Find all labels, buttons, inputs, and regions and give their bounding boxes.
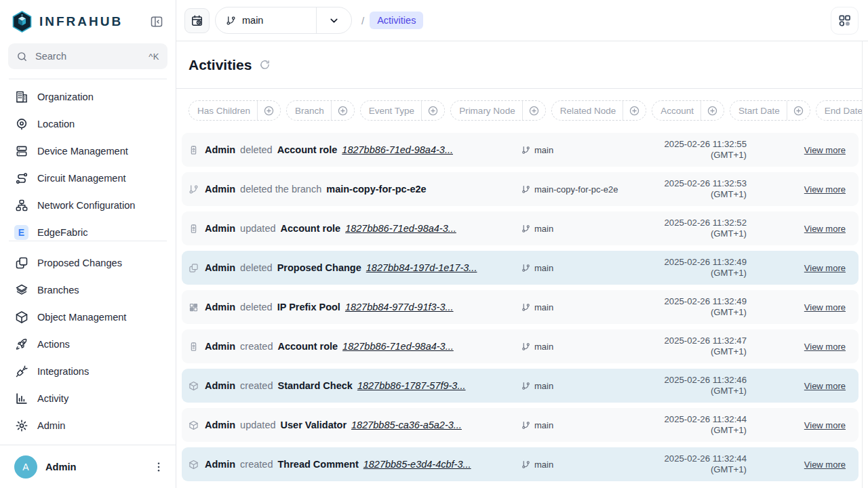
sidebar-item-organization[interactable]: Organization — [0, 83, 176, 110]
filter-chip-label: Start Date — [730, 101, 787, 120]
activity-date: 2025-02-26 11:32:55 — [650, 139, 747, 150]
filter-chip-end-date[interactable]: End Date — [816, 100, 868, 121]
plus-circle-icon[interactable] — [701, 105, 724, 117]
sidebar-item-circuit-management[interactable]: Circuit Management — [0, 165, 176, 192]
user-name: Admin — [45, 462, 143, 472]
filter-chip-primary-node[interactable]: Primary Node — [450, 100, 546, 121]
edgefabric-letter-icon: E — [14, 226, 28, 240]
rocket-icon — [14, 338, 28, 352]
sidebar-nav: Organization Location Device Management — [0, 79, 176, 445]
activity-branch: main — [521, 145, 650, 155]
activity-object-link[interactable]: 1827bb84-197d-1e17-3... — [366, 262, 477, 273]
activity-branch: main — [521, 381, 650, 391]
plus-circle-icon[interactable] — [523, 105, 545, 117]
plus-circle-icon[interactable] — [332, 105, 354, 117]
search-box[interactable]: ^K — [8, 43, 167, 69]
activity-object-link[interactable]: 1827bb86-1787-57f9-3... — [357, 380, 466, 391]
activity-action: created — [240, 459, 273, 470]
activity-branch: main — [521, 302, 650, 312]
sidebar-item-network-configuration[interactable]: Network Configuration — [0, 192, 176, 219]
activity-branch: main-copy-for-pc-e2e — [521, 184, 650, 195]
filter-chip-account[interactable]: Account — [652, 100, 724, 121]
sidebar-item-actions[interactable]: Actions — [0, 331, 176, 358]
activity-timezone: (GMT+1) — [650, 228, 747, 239]
activity-row: Admin updated Account role 1827bb86-71ed… — [182, 211, 859, 245]
sidebar-item-integrations[interactable]: Integrations — [0, 358, 176, 385]
git-branch-icon — [521, 146, 530, 155]
sidebar-item-device-management[interactable]: Device Management — [0, 138, 176, 165]
sidebar-item-admin[interactable]: Admin — [0, 412, 176, 439]
activity-summary: Admin deleted Account role 1827bb86-71ed… — [205, 144, 521, 155]
plus-circle-icon[interactable] — [787, 105, 810, 117]
sidebar-item-activity[interactable]: Activity — [0, 385, 176, 412]
activity-object-link[interactable]: 1827bb85-ca36-a5a2-3... — [351, 420, 462, 430]
activity-object-type: Account role — [281, 223, 341, 234]
sidebar-item-object-management[interactable]: Object Management — [0, 304, 176, 331]
breadcrumb-separator: / — [361, 15, 364, 26]
cube-icon — [189, 420, 199, 430]
view-more-link[interactable]: View more — [804, 184, 846, 195]
view-more-link[interactable]: View more — [804, 145, 846, 155]
activity-timestamp: 2025-02-26 11:32:49 (GMT+1) — [650, 296, 747, 318]
sidebar-item-label: Branches — [37, 285, 79, 296]
cube-icon — [189, 380, 199, 391]
refresh-button[interactable] — [259, 59, 271, 70]
activity-date: 2025-02-26 11:32:44 — [650, 414, 747, 425]
scrollbar[interactable] — [862, 41, 868, 488]
plus-circle-icon[interactable] — [623, 105, 646, 117]
sidebar-item-label: Proposed Changes — [37, 258, 122, 268]
proposed-change-icon — [189, 262, 199, 273]
activity-actor: Admin — [205, 380, 235, 391]
view-more-link[interactable]: View more — [804, 460, 846, 470]
branch-selector[interactable]: main — [215, 7, 352, 34]
user-menu-button[interactable] — [151, 460, 166, 474]
components-status-button[interactable] — [831, 7, 859, 35]
sidebar-item-branches[interactable]: Branches — [0, 277, 176, 304]
view-more-link[interactable]: View more — [804, 420, 846, 430]
plus-circle-icon[interactable] — [422, 105, 444, 117]
filter-chip-start-date[interactable]: Start Date — [730, 100, 810, 121]
view-more-link[interactable]: View more — [804, 302, 846, 312]
view-more-link[interactable]: View more — [804, 342, 846, 352]
filter-chip-has-children[interactable]: Has Children — [189, 100, 281, 121]
activity-row: Admin deleted the branch main-copy-for-p… — [182, 172, 859, 206]
activity-row: Admin deleted Account role 1827bb86-71ed… — [182, 133, 859, 167]
kebab-menu-icon — [153, 461, 165, 473]
sidebar-item-proposed-changes[interactable]: Proposed Changes — [0, 249, 176, 277]
search-input[interactable] — [34, 50, 142, 62]
time-travel-button[interactable] — [184, 8, 210, 33]
breadcrumb-current[interactable]: Activities — [370, 12, 423, 29]
activity-object-link[interactable]: 1827bb86-71ed-98a4-3... — [345, 223, 456, 234]
activity-object-type: Account role — [277, 341, 338, 352]
view-more-link[interactable]: View more — [804, 381, 846, 391]
activity-object-link[interactable]: 1827bb86-71ed-98a4-3... — [342, 144, 453, 155]
sidebar-item-label: Organization — [37, 92, 94, 102]
filter-chip-event-type[interactable]: Event Type — [360, 100, 445, 121]
branch-selector-toggle[interactable] — [316, 7, 351, 33]
building-icon — [14, 90, 28, 104]
filter-chip-related-node[interactable]: Related Node — [551, 100, 647, 121]
sidebar-item-edgefabric[interactable]: E EdgeFabric — [0, 219, 176, 241]
sidebar-collapse-button[interactable] — [150, 14, 166, 30]
sidebar-item-label: Object Management — [37, 312, 126, 323]
sidebar-item-location[interactable]: Location — [0, 110, 176, 138]
activity-branch-name: main — [534, 302, 553, 312]
filter-chip-label: Has Children — [189, 101, 258, 120]
activity-timestamp: 2025-02-26 11:32:53 (GMT+1) — [650, 178, 747, 200]
view-more-link[interactable]: View more — [804, 263, 846, 273]
activity-branch: main — [521, 224, 650, 234]
filter-chip-branch[interactable]: Branch — [286, 100, 355, 121]
location-icon — [14, 117, 28, 131]
activity-branch: main — [521, 420, 650, 430]
activity-object-link[interactable]: 1827bb85-e3d4-4cbf-3... — [363, 459, 471, 470]
plus-circle-icon[interactable] — [258, 105, 280, 117]
view-more-link[interactable]: View more — [804, 224, 846, 234]
components-icon — [837, 14, 852, 28]
activity-object-link[interactable]: 1827bb84-977d-91f3-3... — [345, 302, 454, 312]
sidebar-item-label: EdgeFabric — [37, 227, 88, 238]
activity-branch: main — [521, 263, 650, 273]
app-root: INFRAHUB ^K Organization — [0, 0, 868, 488]
activity-row: Admin deleted Proposed Change 1827bb84-1… — [182, 251, 859, 285]
activity-object-link[interactable]: 1827bb86-71ed-98a4-3... — [342, 341, 454, 352]
proposed-change-icon — [14, 256, 28, 270]
